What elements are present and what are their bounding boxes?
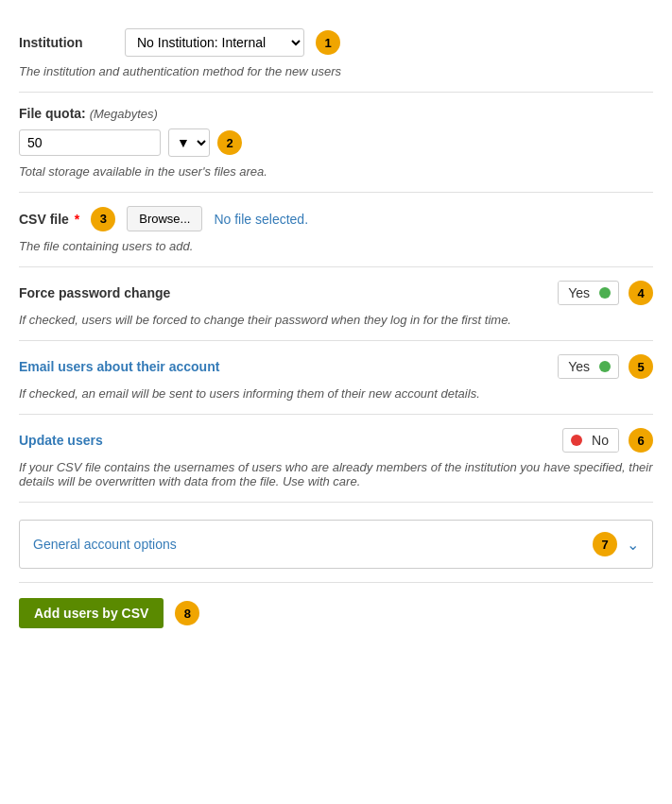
csv-label: CSV file * [19, 212, 79, 227]
submit-badge: 8 [175, 601, 199, 625]
email-users-badge: 5 [629, 354, 653, 379]
force-password-section: Force password change Yes 4 If checked, … [19, 267, 653, 341]
update-users-hint: If your CSV file contains the usernames … [19, 460, 653, 488]
update-users-toggle[interactable]: No [562, 428, 619, 453]
update-users-section: Update users No 6 If your CSV file conta… [19, 415, 653, 503]
update-users-label: Update users [19, 433, 103, 448]
email-users-section: Email users about their account Yes 5 If… [19, 341, 653, 415]
institution-label: Institution [19, 35, 113, 50]
email-users-toggle-text: Yes [559, 355, 599, 378]
quota-badge: 2 [217, 130, 242, 155]
csv-badge: 3 [91, 207, 115, 231]
csv-file-section: CSV file * 3 Browse... No file selected.… [19, 193, 653, 267]
force-password-toggle-text: Yes [559, 282, 599, 304]
email-users-dot [599, 361, 611, 372]
general-options-box[interactable]: General account options 7 ⌄ [19, 520, 653, 569]
add-users-button[interactable]: Add users by CSV [19, 598, 164, 628]
email-users-toggle[interactable]: Yes [558, 354, 619, 379]
general-options-badge: 7 [593, 532, 617, 556]
force-password-badge: 4 [629, 281, 653, 305]
institution-select[interactable]: No Institution: Internal [125, 28, 304, 57]
quota-input[interactable] [19, 129, 161, 156]
email-users-label: Email users about their account [19, 359, 219, 374]
update-users-badge: 6 [629, 428, 653, 453]
browse-button[interactable]: Browse... [127, 206, 202, 231]
general-options-label: General account options [33, 537, 177, 552]
force-password-hint: If checked, users will be forced to chan… [19, 313, 653, 327]
force-password-toggle[interactable]: Yes [558, 281, 619, 305]
update-users-dot [571, 435, 582, 446]
csv-hint: The file containing users to add. [19, 239, 653, 253]
file-quota-section: File quota: (Megabytes) ▼ 2 Total storag… [19, 93, 653, 193]
submit-section: Add users by CSV 8 [19, 598, 653, 628]
institution-section: Institution No Institution: Internal 1 T… [19, 15, 653, 93]
update-users-toggle-text: No [582, 429, 618, 452]
force-password-label: Force password change [19, 285, 170, 300]
institution-badge: 1 [316, 30, 340, 55]
institution-hint: The institution and authentication metho… [19, 64, 653, 78]
file-quota-label: File quota: (Megabytes) [19, 106, 653, 121]
file-quota-unit: (Megabytes) [90, 107, 158, 121]
email-users-hint: If checked, an email will be sent to use… [19, 386, 653, 401]
quota-hint: Total storage available in the user's fi… [19, 164, 653, 179]
force-password-dot [599, 287, 611, 299]
general-options-section: General account options 7 ⌄ [19, 503, 653, 583]
quota-unit-select[interactable]: ▼ [168, 128, 210, 157]
no-file-text: No file selected. [214, 212, 308, 227]
chevron-down-icon: ⌄ [627, 536, 639, 554]
required-star: * [71, 212, 79, 227]
